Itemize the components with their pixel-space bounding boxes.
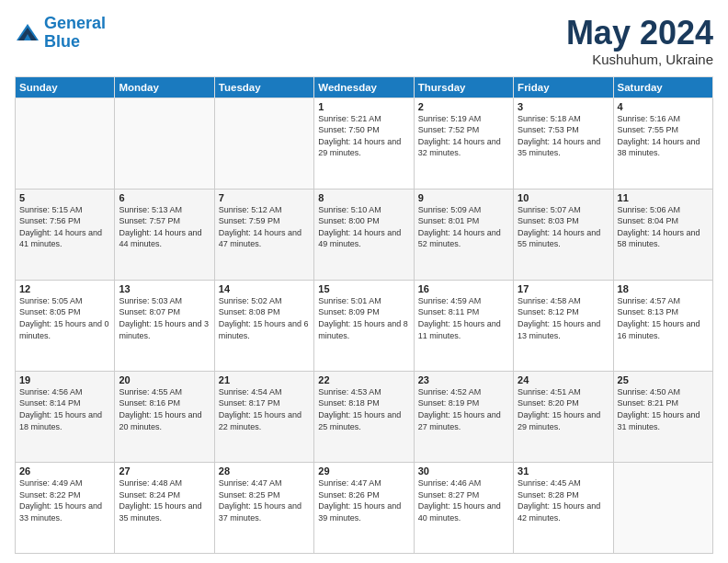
day-number: 21 <box>219 374 310 385</box>
col-sunday: Sunday <box>16 76 115 98</box>
day-number: 29 <box>318 465 409 477</box>
day-number: 26 <box>19 465 110 477</box>
col-wednesday: Wednesday <box>314 76 414 98</box>
calendar-cell: 17Sunrise: 4:58 AMSunset: 8:12 PMDayligh… <box>514 280 613 371</box>
day-info: Sunrise: 4:50 AMSunset: 8:21 PMDaylight:… <box>618 386 709 432</box>
calendar-cell: 30Sunrise: 4:46 AMSunset: 8:27 PMDayligh… <box>414 462 513 553</box>
calendar-table: Sunday Monday Tuesday Wednesday Thursday… <box>15 76 713 554</box>
day-info: Sunrise: 5:02 AMSunset: 8:08 PMDaylight:… <box>219 295 310 341</box>
calendar-cell: 26Sunrise: 4:49 AMSunset: 8:22 PMDayligh… <box>16 462 115 553</box>
header: General Blue May 2024 Kushuhum, Ukraine <box>15 15 713 67</box>
day-info: Sunrise: 4:51 AMSunset: 8:20 PMDaylight:… <box>518 386 609 432</box>
calendar-cell: 9Sunrise: 5:09 AMSunset: 8:01 PMDaylight… <box>414 189 513 280</box>
day-info: Sunrise: 4:47 AMSunset: 8:26 PMDaylight:… <box>318 477 409 523</box>
col-saturday: Saturday <box>613 76 712 98</box>
day-info: Sunrise: 4:46 AMSunset: 8:27 PMDaylight:… <box>418 477 509 523</box>
day-number: 24 <box>518 374 609 385</box>
day-info: Sunrise: 4:48 AMSunset: 8:24 PMDaylight:… <box>119 477 210 523</box>
day-info: Sunrise: 4:45 AMSunset: 8:28 PMDaylight:… <box>518 477 609 523</box>
calendar-cell: 2Sunrise: 5:19 AMSunset: 7:52 PMDaylight… <box>414 98 513 189</box>
col-thursday: Thursday <box>414 76 513 98</box>
day-number: 6 <box>119 192 210 203</box>
col-monday: Monday <box>115 76 214 98</box>
calendar-week-4: 26Sunrise: 4:49 AMSunset: 8:22 PMDayligh… <box>16 462 713 553</box>
calendar-cell: 11Sunrise: 5:06 AMSunset: 8:04 PMDayligh… <box>613 189 712 280</box>
calendar-cell <box>613 462 712 553</box>
calendar-cell: 24Sunrise: 4:51 AMSunset: 8:20 PMDayligh… <box>514 371 613 462</box>
day-number: 18 <box>618 283 709 294</box>
day-info: Sunrise: 5:01 AMSunset: 8:09 PMDaylight:… <box>318 295 409 341</box>
day-info: Sunrise: 4:55 AMSunset: 8:16 PMDaylight:… <box>119 386 210 432</box>
calendar-cell: 25Sunrise: 4:50 AMSunset: 8:21 PMDayligh… <box>613 371 712 462</box>
day-number: 28 <box>219 465 310 477</box>
calendar-week-1: 5Sunrise: 5:15 AMSunset: 7:56 PMDaylight… <box>16 189 713 280</box>
day-info: Sunrise: 5:21 AMSunset: 7:50 PMDaylight:… <box>318 113 409 159</box>
day-number: 14 <box>219 283 310 294</box>
calendar-cell: 6Sunrise: 5:13 AMSunset: 7:57 PMDaylight… <box>115 189 214 280</box>
logo-text: General Blue <box>44 15 106 52</box>
calendar-cell: 31Sunrise: 4:45 AMSunset: 8:28 PMDayligh… <box>514 462 613 553</box>
calendar-header-row: Sunday Monday Tuesday Wednesday Thursday… <box>16 76 713 98</box>
calendar-cell: 7Sunrise: 5:12 AMSunset: 7:59 PMDaylight… <box>214 189 313 280</box>
col-tuesday: Tuesday <box>214 76 313 98</box>
calendar-cell: 13Sunrise: 5:03 AMSunset: 8:07 PMDayligh… <box>115 280 214 371</box>
calendar-week-0: 1Sunrise: 5:21 AMSunset: 7:50 PMDaylight… <box>16 98 713 189</box>
day-number: 3 <box>518 101 609 112</box>
calendar-cell: 12Sunrise: 5:05 AMSunset: 8:05 PMDayligh… <box>16 280 115 371</box>
day-number: 5 <box>19 192 110 203</box>
calendar-cell: 14Sunrise: 5:02 AMSunset: 8:08 PMDayligh… <box>214 280 313 371</box>
day-info: Sunrise: 4:59 AMSunset: 8:11 PMDaylight:… <box>418 295 509 341</box>
month-title: May 2024 <box>566 15 713 52</box>
day-info: Sunrise: 5:15 AMSunset: 7:56 PMDaylight:… <box>19 204 110 250</box>
calendar-cell: 8Sunrise: 5:10 AMSunset: 8:00 PMDaylight… <box>314 189 414 280</box>
calendar-cell <box>214 98 313 189</box>
day-number: 20 <box>119 374 210 385</box>
title-block: May 2024 Kushuhum, Ukraine <box>566 15 713 67</box>
day-info: Sunrise: 5:06 AMSunset: 8:04 PMDaylight:… <box>618 204 709 250</box>
day-info: Sunrise: 4:54 AMSunset: 8:17 PMDaylight:… <box>219 386 310 432</box>
day-info: Sunrise: 5:07 AMSunset: 8:03 PMDaylight:… <box>518 204 609 250</box>
day-number: 10 <box>518 192 609 203</box>
calendar-cell: 20Sunrise: 4:55 AMSunset: 8:16 PMDayligh… <box>115 371 214 462</box>
day-number: 4 <box>618 101 709 112</box>
day-number: 19 <box>19 374 110 385</box>
calendar-cell: 19Sunrise: 4:56 AMSunset: 8:14 PMDayligh… <box>16 371 115 462</box>
calendar-cell: 16Sunrise: 4:59 AMSunset: 8:11 PMDayligh… <box>414 280 513 371</box>
day-number: 8 <box>318 192 409 203</box>
day-info: Sunrise: 5:12 AMSunset: 7:59 PMDaylight:… <box>219 204 310 250</box>
day-number: 1 <box>318 101 409 112</box>
day-info: Sunrise: 4:52 AMSunset: 8:19 PMDaylight:… <box>418 386 509 432</box>
logo-icon <box>15 20 40 46</box>
day-info: Sunrise: 4:53 AMSunset: 8:18 PMDaylight:… <box>318 386 409 432</box>
day-info: Sunrise: 5:03 AMSunset: 8:07 PMDaylight:… <box>119 295 210 341</box>
calendar-week-3: 19Sunrise: 4:56 AMSunset: 8:14 PMDayligh… <box>16 371 713 462</box>
day-info: Sunrise: 5:19 AMSunset: 7:52 PMDaylight:… <box>418 113 509 159</box>
calendar-cell: 29Sunrise: 4:47 AMSunset: 8:26 PMDayligh… <box>314 462 414 553</box>
day-number: 17 <box>518 283 609 294</box>
day-number: 27 <box>119 465 210 477</box>
day-info: Sunrise: 5:10 AMSunset: 8:00 PMDaylight:… <box>318 204 409 250</box>
day-number: 13 <box>119 283 210 294</box>
calendar-cell: 5Sunrise: 5:15 AMSunset: 7:56 PMDaylight… <box>16 189 115 280</box>
logo-line1: General <box>44 14 106 32</box>
day-number: 11 <box>618 192 709 203</box>
day-number: 25 <box>618 374 709 385</box>
day-number: 22 <box>318 374 409 385</box>
day-info: Sunrise: 5:05 AMSunset: 8:05 PMDaylight:… <box>19 295 110 341</box>
day-number: 30 <box>418 465 509 477</box>
day-number: 12 <box>19 283 110 294</box>
calendar-cell: 4Sunrise: 5:16 AMSunset: 7:55 PMDaylight… <box>613 98 712 189</box>
day-info: Sunrise: 4:49 AMSunset: 8:22 PMDaylight:… <box>19 477 110 523</box>
day-number: 16 <box>418 283 509 294</box>
day-number: 31 <box>518 465 609 477</box>
logo: General Blue <box>15 15 106 52</box>
calendar-cell: 3Sunrise: 5:18 AMSunset: 7:53 PMDaylight… <box>514 98 613 189</box>
calendar-cell: 10Sunrise: 5:07 AMSunset: 8:03 PMDayligh… <box>514 189 613 280</box>
day-info: Sunrise: 4:47 AMSunset: 8:25 PMDaylight:… <box>219 477 310 523</box>
calendar-cell <box>16 98 115 189</box>
calendar-cell: 27Sunrise: 4:48 AMSunset: 8:24 PMDayligh… <box>115 462 214 553</box>
location: Kushuhum, Ukraine <box>566 52 713 67</box>
calendar-cell: 21Sunrise: 4:54 AMSunset: 8:17 PMDayligh… <box>214 371 313 462</box>
col-friday: Friday <box>514 76 613 98</box>
day-number: 9 <box>418 192 509 203</box>
